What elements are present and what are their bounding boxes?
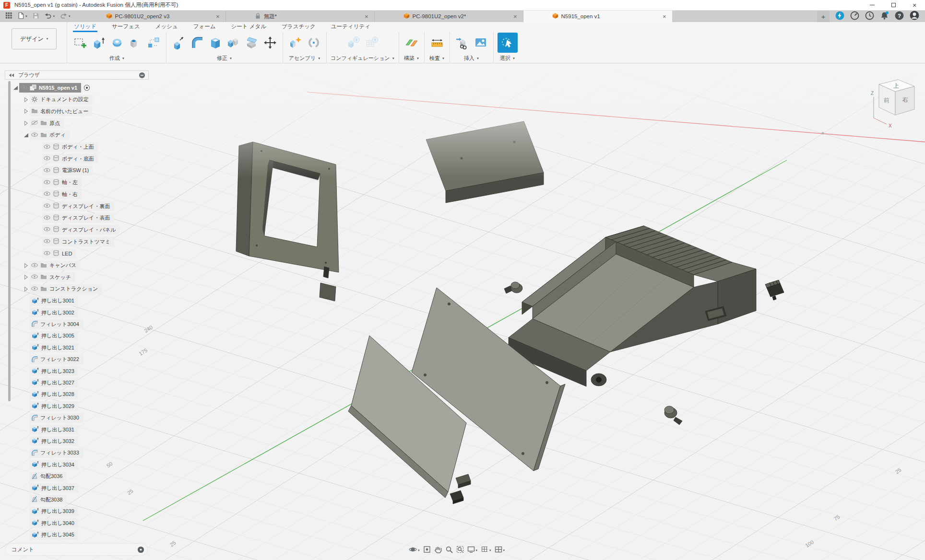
collapse-panel-icon[interactable] xyxy=(8,72,14,78)
visibility-icon[interactable] xyxy=(31,274,38,280)
create-sketch-icon[interactable] xyxy=(72,33,89,53)
visibility-icon[interactable] xyxy=(44,144,50,150)
browser-header[interactable]: ブラウザ xyxy=(5,70,149,80)
expander-collapsed-icon[interactable] xyxy=(22,263,29,268)
view-cube[interactable]: 上 前 右 Z X xyxy=(869,72,923,130)
browser-folder-row[interactable]: コンストラクション xyxy=(22,284,102,294)
browser-body-row[interactable]: ディスプレイ・裏面 xyxy=(42,201,114,211)
ribbon-group-label[interactable]: 作成▼ xyxy=(109,54,125,62)
undo-button[interactable]: ▾ xyxy=(44,12,55,21)
browser-body-row[interactable]: 電源SW (1) xyxy=(42,165,93,176)
close-button[interactable]: × xyxy=(904,0,925,11)
feature-row-fillet[interactable]: フィレット3022 xyxy=(30,354,83,365)
ribbon-group-label[interactable]: 挿入▼ xyxy=(464,54,479,62)
feature-row-extrude[interactable]: 押し出し3021 xyxy=(30,342,78,353)
feature-row-extrude[interactable]: 押し出し3037 xyxy=(30,483,78,493)
browser-body-row[interactable]: ボディ・底面 xyxy=(42,153,98,164)
feature-row-extrude[interactable]: 押し出し3029 xyxy=(30,401,78,411)
browser-folder-row[interactable]: スケッチ xyxy=(22,272,75,282)
combine-icon[interactable] xyxy=(225,33,242,53)
help-icon[interactable]: ? xyxy=(895,11,904,22)
feature-row-fillet[interactable]: フィレット3004 xyxy=(30,319,83,329)
browser-root-row[interactable]: N5915_open v1 xyxy=(12,82,90,93)
app-grid-button[interactable] xyxy=(5,12,12,21)
visibility-icon[interactable] xyxy=(21,85,27,91)
feature-row-extrude[interactable]: 押し出し3027 xyxy=(30,377,78,388)
feature-row-extrude[interactable]: 押し出し3002 xyxy=(30,307,78,318)
visibility-icon[interactable] xyxy=(44,180,50,186)
browser-section-1[interactable]: ドキュメントの設定 xyxy=(22,94,93,105)
ribbon-group-label[interactable]: 構築▼ xyxy=(404,54,419,62)
expander-collapsed-icon[interactable] xyxy=(22,120,29,126)
feature-row-extrude[interactable]: 押し出し3005 xyxy=(30,331,78,341)
expander-collapsed-icon[interactable] xyxy=(22,108,29,114)
expander-expanded-icon[interactable] xyxy=(12,85,18,91)
ribbon-tab-6[interactable]: プラスチック xyxy=(281,22,317,32)
browser-body-row[interactable]: 軸・左 xyxy=(42,177,82,188)
shell-icon[interactable] xyxy=(207,33,224,53)
tab-close-icon[interactable]: × xyxy=(363,13,370,20)
notifications-icon[interactable] xyxy=(880,11,889,22)
visibility-icon[interactable] xyxy=(44,168,50,174)
visibility-icon[interactable] xyxy=(44,227,50,233)
viewport-3d-scene[interactable] xyxy=(0,63,925,560)
measure-icon[interactable] xyxy=(428,33,446,53)
browser-section-3[interactable]: 原点 xyxy=(22,118,64,128)
expander-collapsed-icon[interactable] xyxy=(22,274,29,280)
tab-close-icon[interactable]: × xyxy=(661,13,668,20)
config-table-icon[interactable] xyxy=(363,33,380,53)
comment-bar[interactable]: コメント xyxy=(6,544,147,555)
browser-body-row[interactable]: コントラストツマミ xyxy=(42,236,114,247)
visibility-off-icon[interactable] xyxy=(31,120,38,126)
feature-row-extrude[interactable]: 押し出し3001 xyxy=(30,296,78,306)
ribbon-group-label[interactable]: コンフィギュレーション▼ xyxy=(331,54,395,62)
hole-icon[interactable] xyxy=(127,33,144,53)
configuration-icon[interactable] xyxy=(345,33,362,53)
viewport-canvas[interactable]: 2401755025252575100 xyxy=(0,63,925,560)
fit-button[interactable] xyxy=(456,546,464,555)
feature-row-extrude[interactable]: 押し出し3034 xyxy=(30,459,78,470)
feature-row-draft[interactable]: 勾配3036 xyxy=(30,471,66,482)
feature-row-extrude[interactable]: 押し出し3028 xyxy=(30,389,78,400)
construct-plane-icon[interactable] xyxy=(403,33,420,53)
feature-row-extrude[interactable]: 押し出し3032 xyxy=(30,436,78,446)
maximize-button[interactable] xyxy=(883,0,904,11)
ribbon-tab-3[interactable]: メッシュ xyxy=(154,22,179,32)
insert-image-icon[interactable] xyxy=(472,33,489,53)
press-pull-icon[interactable] xyxy=(170,33,188,53)
visibility-icon[interactable] xyxy=(31,286,38,292)
feature-row-extrude[interactable]: 押し出し3023 xyxy=(30,366,78,376)
document-tab[interactable]: PC-9801U2_open2 v3× xyxy=(77,11,226,22)
grid-settings-button[interactable]: ▾ xyxy=(481,546,491,555)
tab-close-icon[interactable]: × xyxy=(214,13,222,20)
zoom-button[interactable] xyxy=(445,546,453,555)
ribbon-group-label[interactable]: 修正▼ xyxy=(217,54,232,62)
expander-expanded-icon[interactable] xyxy=(22,132,29,138)
document-tab[interactable]: 無題*× xyxy=(226,11,375,22)
browser-section-2[interactable]: 名前の付いたビュー xyxy=(22,106,92,117)
ribbon-tab-4[interactable]: フォーム xyxy=(192,22,217,32)
document-tab[interactable]: N5915_open v1× xyxy=(523,11,672,22)
viewports-button[interactable]: ▾ xyxy=(495,546,505,555)
activate-component-radio[interactable] xyxy=(83,84,90,91)
browser-body-row[interactable]: ディスプレイ・表面 xyxy=(42,213,114,223)
feature-row-extrude[interactable]: 押し出し3039 xyxy=(30,506,78,517)
visibility-icon[interactable] xyxy=(44,239,50,245)
pattern-icon[interactable] xyxy=(145,33,162,53)
visibility-icon[interactable] xyxy=(44,156,50,162)
ribbon-tab-2[interactable]: サーフェス xyxy=(111,22,141,32)
display-settings-button[interactable]: ▾ xyxy=(467,546,478,555)
extensions-icon[interactable] xyxy=(835,11,844,22)
panel-minimize-icon[interactable] xyxy=(139,72,145,79)
pan-button[interactable] xyxy=(434,546,442,555)
workspace-dropdown[interactable]: デザイン ▾ xyxy=(12,28,57,49)
visibility-icon[interactable] xyxy=(44,191,50,197)
feature-row-extrude[interactable]: 押し出し3031 xyxy=(30,424,78,435)
ribbon-group-label[interactable]: 選択▼ xyxy=(500,54,515,62)
comment-post-icon[interactable] xyxy=(137,546,144,553)
browser-body-row[interactable]: ディスプレイ・パネル xyxy=(42,224,119,235)
visibility-icon[interactable] xyxy=(31,132,38,138)
visibility-icon[interactable] xyxy=(44,251,50,257)
minimize-button[interactable] xyxy=(862,0,883,11)
visibility-icon[interactable] xyxy=(44,215,50,221)
